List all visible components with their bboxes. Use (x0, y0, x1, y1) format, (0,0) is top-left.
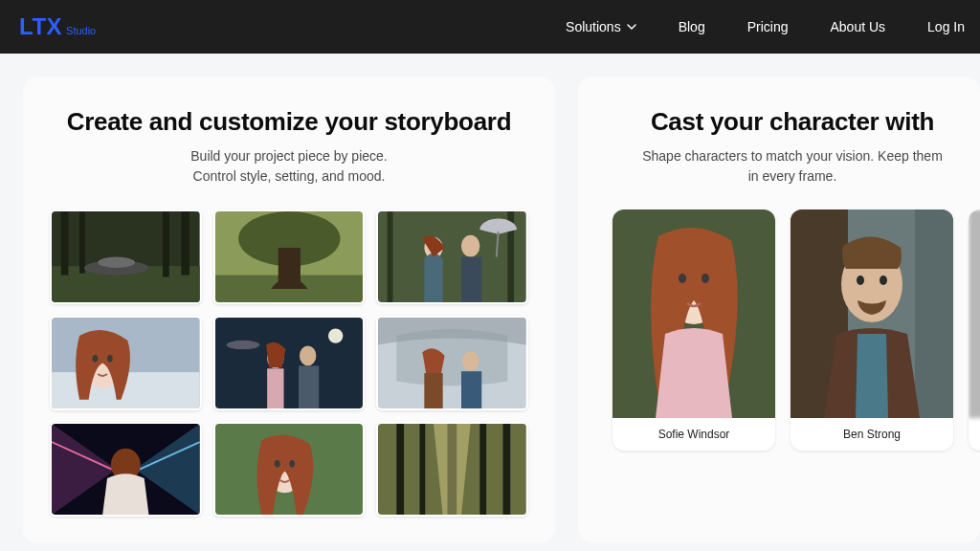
storyboard-tile[interactable] (50, 316, 202, 410)
svg-point-60 (880, 276, 887, 285)
storyboard-tile[interactable] (376, 422, 528, 517)
storyboard-tile[interactable] (376, 316, 528, 410)
storyboard-panel: Create and customize your storyboard Bui… (23, 77, 555, 543)
nav-about[interactable]: About Us (830, 19, 885, 34)
svg-rect-50 (503, 424, 511, 515)
brand-logo[interactable]: LTX Studio (19, 13, 96, 40)
cast-panel: Cast your character with Shape character… (578, 77, 980, 543)
cast-image (612, 209, 775, 418)
cast-sub-line1: Shape characters to match your vision. K… (605, 146, 980, 166)
storyboard-subtitle: Build your project piece by piece. Contr… (50, 146, 528, 187)
storyboard-tile[interactable] (213, 316, 366, 410)
cast-subtitle: Shape characters to match your vision. K… (605, 146, 980, 187)
cast-card[interactable]: Sofie Windsor (612, 209, 775, 451)
svg-point-22 (93, 355, 99, 363)
nav-solutions-label: Solutions (566, 19, 621, 34)
brand-sub: Studio (66, 25, 96, 36)
svg-rect-2 (61, 211, 69, 276)
cast-name-label (969, 418, 980, 437)
storyboard-tile[interactable] (213, 422, 366, 517)
cast-image (969, 209, 980, 418)
storyboard-sub-line1: Build your project piece by piece. (50, 146, 528, 166)
svg-point-26 (226, 341, 259, 350)
svg-rect-4 (163, 211, 169, 277)
svg-point-25 (328, 329, 343, 343)
svg-rect-5 (181, 211, 189, 276)
cast-card-partial[interactable] (969, 209, 980, 451)
top-nav: Solutions Blog Pricing About Us Log In (566, 19, 965, 34)
main-content: Create and customize your storyboard Bui… (0, 54, 980, 551)
svg-point-42 (275, 460, 280, 468)
storyboard-grid (50, 209, 528, 517)
site-header: LTX Studio Solutions Blog Pricing About … (0, 0, 980, 54)
nav-solutions[interactable]: Solutions (566, 19, 636, 34)
cast-image (791, 209, 953, 418)
chevron-down-icon (627, 19, 636, 34)
svg-point-53 (679, 274, 686, 283)
svg-rect-17 (461, 257, 481, 303)
storyboard-sub-line2: Control style, setting, and mood. (50, 166, 528, 187)
svg-rect-28 (267, 368, 283, 408)
svg-rect-13 (388, 211, 393, 302)
cast-sub-line2: in every frame. (605, 166, 980, 187)
svg-point-7 (98, 257, 135, 268)
svg-rect-47 (420, 424, 426, 515)
storyboard-tile[interactable] (376, 209, 528, 304)
svg-point-23 (107, 355, 113, 363)
svg-point-54 (702, 274, 709, 283)
svg-point-43 (289, 460, 295, 468)
svg-rect-30 (299, 366, 319, 409)
cast-title: Cast your character with (605, 107, 980, 137)
svg-rect-46 (397, 424, 405, 515)
cast-row: Sofie Windsor (605, 209, 980, 451)
svg-rect-3 (79, 211, 85, 274)
cast-name-label: Sofie Windsor (612, 418, 775, 451)
storyboard-tile[interactable] (213, 209, 366, 304)
nav-pricing[interactable]: Pricing (747, 19, 789, 34)
storyboard-title: Create and customize your storyboard (50, 107, 528, 137)
svg-rect-35 (461, 371, 481, 408)
svg-rect-33 (425, 373, 443, 408)
brand-main: LTX (19, 13, 62, 40)
storyboard-tile[interactable] (50, 209, 202, 304)
nav-login[interactable]: Log In (927, 19, 965, 34)
svg-rect-49 (480, 424, 487, 515)
cast-card[interactable]: Ben Strong (791, 209, 953, 451)
storyboard-tile[interactable] (50, 422, 202, 517)
svg-point-59 (857, 276, 864, 285)
svg-point-16 (461, 235, 479, 257)
svg-rect-57 (915, 209, 953, 418)
svg-point-34 (462, 351, 479, 371)
svg-point-29 (300, 346, 316, 366)
nav-blog[interactable]: Blog (679, 19, 705, 34)
cast-name-label: Ben Strong (791, 418, 953, 451)
